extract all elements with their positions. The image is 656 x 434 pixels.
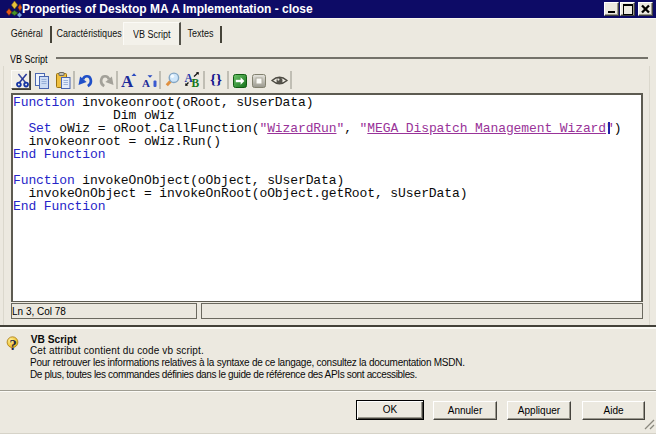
svg-text:B: B — [192, 77, 200, 89]
svg-text:A: A — [121, 72, 134, 89]
svg-text:A: A — [142, 77, 150, 88]
svg-text:?: ? — [9, 337, 16, 353]
